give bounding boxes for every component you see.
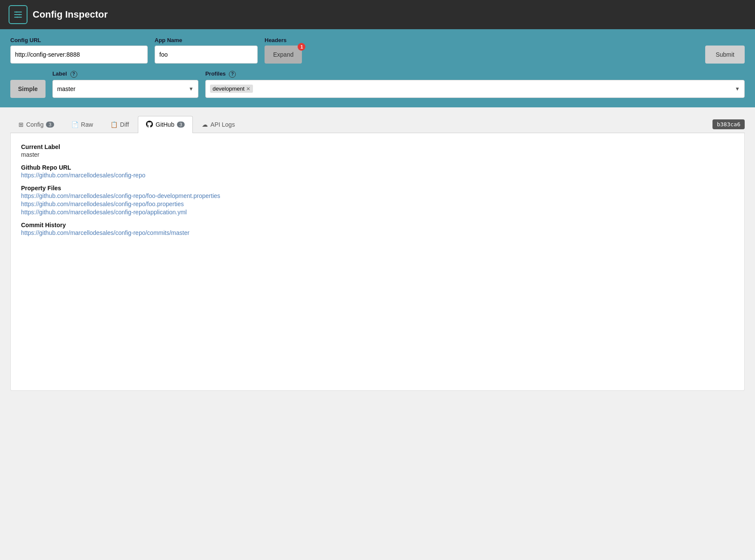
tab-github[interactable]: GitHub 3	[138, 116, 193, 133]
label-value: master	[57, 85, 189, 92]
headers-group: Headers Expand 1	[265, 37, 302, 64]
tab-raw[interactable]: 📄 Raw	[63, 116, 101, 132]
github-tab-badge: 3	[177, 122, 185, 128]
tabs-row: ⊞ Config 3 📄 Raw 📋 Diff GitHub 3 ☁ API L…	[10, 116, 745, 133]
headers-label: Headers	[265, 37, 302, 43]
app-name-group: App Name	[155, 37, 258, 64]
label-select[interactable]: master ▼	[52, 80, 198, 98]
property-files-group: https://github.com/marcellodesales/confi…	[21, 192, 734, 216]
raw-tab-icon: 📄	[71, 121, 79, 128]
profile-tag-label: development	[213, 85, 244, 92]
config-url-input[interactable]	[10, 46, 148, 64]
api-logs-tab-icon: ☁	[202, 121, 208, 128]
property-file-link-2[interactable]: https://github.com/marcellodesales/confi…	[21, 209, 734, 216]
raw-tab-label: Raw	[81, 121, 93, 128]
label-group: Label ? master ▼	[52, 70, 198, 98]
api-logs-tab-label: API Logs	[210, 121, 235, 128]
app-title: Config Inspector	[33, 9, 108, 20]
label-help-icon[interactable]: ?	[70, 71, 77, 78]
submit-button[interactable]: Submit	[705, 46, 745, 64]
svg-point-8	[17, 17, 18, 18]
current-label-value: master	[21, 151, 734, 158]
config-url-group: Config URL	[10, 37, 148, 64]
app-icon	[9, 5, 27, 24]
property-file-link-1[interactable]: https://github.com/marcellodesales/confi…	[21, 201, 734, 207]
simple-button[interactable]: Simple	[10, 80, 46, 98]
tab-api-logs[interactable]: ☁ API Logs	[194, 116, 243, 132]
content-card: Current Label master Github Repo URL htt…	[10, 133, 745, 391]
config-tab-icon: ⊞	[18, 121, 24, 128]
diff-tab-icon: 📋	[110, 121, 118, 128]
github-repo-url-group: https://github.com/marcellodesales/confi…	[21, 172, 734, 179]
profile-tag-remove[interactable]: ✕	[246, 86, 250, 92]
github-repo-url-link[interactable]: https://github.com/marcellodesales/confi…	[21, 172, 734, 179]
svg-point-6	[16, 12, 18, 13]
profiles-chevron-icon: ▼	[735, 86, 740, 92]
profiles-help-icon[interactable]: ?	[229, 71, 236, 78]
headers-badge-wrap: Expand 1	[265, 46, 302, 64]
github-tab-label: GitHub	[155, 121, 174, 128]
property-files-title: Property Files	[21, 185, 734, 192]
commit-history-title: Commit History	[21, 222, 734, 228]
top-bar: Config Inspector	[0, 0, 755, 29]
diff-tab-label: Diff	[120, 121, 129, 128]
config-tab-label: Config	[26, 121, 43, 128]
svg-point-7	[19, 14, 20, 15]
app-name-input[interactable]	[155, 46, 258, 64]
app-name-label: App Name	[155, 37, 258, 43]
tab-config[interactable]: ⊞ Config 3	[10, 116, 62, 132]
main-content: ⊞ Config 3 📄 Raw 📋 Diff GitHub 3 ☁ API L…	[0, 107, 755, 399]
tab-diff[interactable]: 📋 Diff	[102, 116, 137, 132]
expand-button[interactable]: Expand	[265, 46, 302, 64]
config-url-label: Config URL	[10, 37, 148, 43]
label-chevron-icon: ▼	[189, 86, 194, 92]
property-file-link-0[interactable]: https://github.com/marcellodesales/confi…	[21, 192, 734, 199]
headers-badge: 1	[298, 43, 305, 51]
config-panel: Config URL App Name Headers Expand 1 Sub…	[0, 29, 755, 107]
commit-hash: b383ca6	[712, 119, 745, 129]
github-repo-url-title: Github Repo URL	[21, 164, 734, 171]
profiles-input[interactable]: development ✕ ▼	[205, 80, 745, 98]
config-tab-badge: 3	[46, 122, 54, 128]
profile-tag: development ✕	[210, 85, 253, 93]
profiles-field-label: Profiles ?	[205, 70, 745, 78]
github-tab-icon	[146, 121, 153, 129]
current-label-title: Current Label	[21, 143, 734, 150]
profiles-group: Profiles ? development ✕ ▼	[205, 70, 745, 98]
commit-history-link[interactable]: https://github.com/marcellodesales/confi…	[21, 229, 734, 236]
label-field-label: Label ?	[52, 70, 198, 78]
commit-history-group: https://github.com/marcellodesales/confi…	[21, 229, 734, 236]
